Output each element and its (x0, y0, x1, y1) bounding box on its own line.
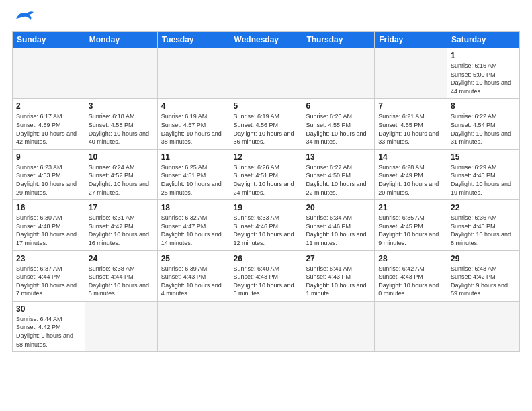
day-number: 6 (306, 101, 371, 111)
calendar-cell (375, 301, 447, 351)
calendar-cell: 1Sunrise: 6:16 AM Sunset: 5:00 PM Daylig… (447, 48, 520, 99)
col-header-sunday: Sunday (13, 32, 85, 48)
day-number: 10 (89, 152, 154, 162)
day-info: Sunrise: 6:41 AM Sunset: 4:43 PM Dayligh… (306, 265, 371, 298)
calendar-cell: 24Sunrise: 6:38 AM Sunset: 4:44 PM Dayli… (85, 250, 157, 301)
day-info: Sunrise: 6:28 AM Sunset: 4:49 PM Dayligh… (378, 163, 443, 197)
day-number: 4 (161, 101, 226, 111)
calendar-cell: 20Sunrise: 6:34 AM Sunset: 4:46 PM Dayli… (302, 200, 375, 250)
day-info: Sunrise: 6:21 AM Sunset: 4:55 PM Dayligh… (378, 112, 443, 146)
calendar-cell (447, 301, 520, 351)
day-number: 16 (16, 203, 81, 212)
calendar-cell: 7Sunrise: 6:21 AM Sunset: 4:55 PM Daylig… (375, 99, 447, 149)
day-number: 21 (378, 203, 443, 212)
calendar-cell: 25Sunrise: 6:39 AM Sunset: 4:43 PM Dayli… (157, 250, 230, 301)
calendar-cell: 11Sunrise: 6:25 AM Sunset: 4:51 PM Dayli… (157, 149, 230, 199)
calendar-cell: 10Sunrise: 6:24 AM Sunset: 4:52 PM Dayli… (85, 149, 157, 199)
day-number: 25 (161, 254, 226, 263)
calendar-cell: 27Sunrise: 6:41 AM Sunset: 4:43 PM Dayli… (302, 250, 375, 301)
day-info: Sunrise: 6:22 AM Sunset: 4:54 PM Dayligh… (451, 112, 516, 146)
day-number: 15 (451, 152, 516, 162)
day-number: 20 (306, 203, 371, 212)
calendar-cell: 8Sunrise: 6:22 AM Sunset: 4:54 PM Daylig… (447, 99, 520, 149)
calendar-cell: 22Sunrise: 6:36 AM Sunset: 4:45 PM Dayli… (447, 200, 520, 250)
calendar-cell (230, 48, 302, 99)
day-info: Sunrise: 6:23 AM Sunset: 4:53 PM Dayligh… (16, 163, 81, 197)
day-number: 1 (451, 51, 516, 60)
calendar-cell (85, 301, 157, 351)
day-number: 12 (234, 152, 299, 162)
day-number: 13 (306, 152, 371, 162)
day-info: Sunrise: 6:31 AM Sunset: 4:47 PM Dayligh… (89, 214, 154, 247)
calendar-header-row: SundayMondayTuesdayWednesdayThursdayFrid… (13, 32, 520, 48)
calendar-cell: 21Sunrise: 6:35 AM Sunset: 4:45 PM Dayli… (375, 200, 447, 250)
day-number: 3 (89, 101, 154, 111)
day-number: 23 (16, 254, 81, 263)
day-info: Sunrise: 6:39 AM Sunset: 4:43 PM Dayligh… (161, 265, 226, 298)
day-info: Sunrise: 6:20 AM Sunset: 4:55 PM Dayligh… (306, 112, 371, 146)
day-info: Sunrise: 6:32 AM Sunset: 4:47 PM Dayligh… (161, 214, 226, 247)
col-header-wednesday: Wednesday (230, 32, 302, 48)
day-info: Sunrise: 6:24 AM Sunset: 4:52 PM Dayligh… (89, 163, 154, 197)
day-number: 28 (378, 254, 443, 263)
calendar-cell: 19Sunrise: 6:33 AM Sunset: 4:46 PM Dayli… (230, 200, 302, 250)
day-number: 7 (378, 101, 443, 111)
calendar-cell (157, 48, 230, 99)
calendar-cell: 23Sunrise: 6:37 AM Sunset: 4:44 PM Dayli… (13, 250, 85, 301)
day-info: Sunrise: 6:26 AM Sunset: 4:51 PM Dayligh… (234, 163, 299, 197)
header (12, 12, 520, 24)
calendar-cell (302, 301, 375, 351)
day-info: Sunrise: 6:33 AM Sunset: 4:46 PM Dayligh… (234, 214, 299, 247)
calendar-cell: 4Sunrise: 6:19 AM Sunset: 4:57 PM Daylig… (157, 99, 230, 149)
col-header-monday: Monday (85, 32, 157, 48)
calendar-cell (13, 48, 85, 99)
calendar-cell: 26Sunrise: 6:40 AM Sunset: 4:43 PM Dayli… (230, 250, 302, 301)
logo (12, 12, 35, 24)
calendar-cell: 12Sunrise: 6:26 AM Sunset: 4:51 PM Dayli… (230, 149, 302, 199)
calendar-cell (85, 48, 157, 99)
calendar-cell: 30Sunrise: 6:44 AM Sunset: 4:42 PM Dayli… (13, 301, 85, 351)
day-info: Sunrise: 6:42 AM Sunset: 4:43 PM Dayligh… (378, 265, 443, 298)
calendar-cell: 16Sunrise: 6:30 AM Sunset: 4:48 PM Dayli… (13, 200, 85, 250)
day-number: 19 (234, 203, 299, 212)
day-info: Sunrise: 6:36 AM Sunset: 4:45 PM Dayligh… (451, 214, 516, 247)
day-number: 14 (378, 152, 443, 162)
calendar-cell: 15Sunrise: 6:29 AM Sunset: 4:48 PM Dayli… (447, 149, 520, 199)
day-number: 17 (89, 203, 154, 212)
day-number: 18 (161, 203, 226, 212)
logo-bird-icon (15, 9, 35, 24)
calendar-cell: 9Sunrise: 6:23 AM Sunset: 4:53 PM Daylig… (13, 149, 85, 199)
calendar-cell: 28Sunrise: 6:42 AM Sunset: 4:43 PM Dayli… (375, 250, 447, 301)
calendar-cell: 29Sunrise: 6:43 AM Sunset: 4:42 PM Dayli… (447, 250, 520, 301)
day-info: Sunrise: 6:16 AM Sunset: 5:00 PM Dayligh… (451, 62, 516, 95)
calendar-cell: 5Sunrise: 6:19 AM Sunset: 4:56 PM Daylig… (230, 99, 302, 149)
day-number: 22 (451, 203, 516, 212)
calendar-cell: 3Sunrise: 6:18 AM Sunset: 4:58 PM Daylig… (85, 99, 157, 149)
day-info: Sunrise: 6:38 AM Sunset: 4:44 PM Dayligh… (89, 265, 154, 298)
day-info: Sunrise: 6:25 AM Sunset: 4:51 PM Dayligh… (161, 163, 226, 197)
page: SundayMondayTuesdayWednesdayThursdayFrid… (0, 0, 532, 411)
day-number: 30 (16, 304, 81, 314)
day-info: Sunrise: 6:35 AM Sunset: 4:45 PM Dayligh… (378, 214, 443, 247)
calendar-table: SundayMondayTuesdayWednesdayThursdayFrid… (12, 31, 520, 352)
day-info: Sunrise: 6:17 AM Sunset: 4:59 PM Dayligh… (16, 112, 81, 146)
col-header-tuesday: Tuesday (157, 32, 230, 48)
day-number: 5 (234, 101, 299, 111)
calendar-cell: 17Sunrise: 6:31 AM Sunset: 4:47 PM Dayli… (85, 200, 157, 250)
day-info: Sunrise: 6:37 AM Sunset: 4:44 PM Dayligh… (16, 265, 81, 298)
day-info: Sunrise: 6:30 AM Sunset: 4:48 PM Dayligh… (16, 214, 81, 247)
day-number: 24 (89, 254, 154, 263)
calendar-cell (157, 301, 230, 351)
day-info: Sunrise: 6:34 AM Sunset: 4:46 PM Dayligh… (306, 214, 371, 247)
day-info: Sunrise: 6:40 AM Sunset: 4:43 PM Dayligh… (234, 265, 299, 298)
day-number: 8 (451, 101, 516, 111)
calendar-cell: 6Sunrise: 6:20 AM Sunset: 4:55 PM Daylig… (302, 99, 375, 149)
calendar-cell: 13Sunrise: 6:27 AM Sunset: 4:50 PM Dayli… (302, 149, 375, 199)
day-number: 11 (161, 152, 226, 162)
day-number: 9 (16, 152, 81, 162)
col-header-saturday: Saturday (447, 32, 520, 48)
day-info: Sunrise: 6:29 AM Sunset: 4:48 PM Dayligh… (451, 163, 516, 197)
calendar-cell (375, 48, 447, 99)
day-number: 2 (16, 101, 81, 111)
calendar-cell: 14Sunrise: 6:28 AM Sunset: 4:49 PM Dayli… (375, 149, 447, 199)
